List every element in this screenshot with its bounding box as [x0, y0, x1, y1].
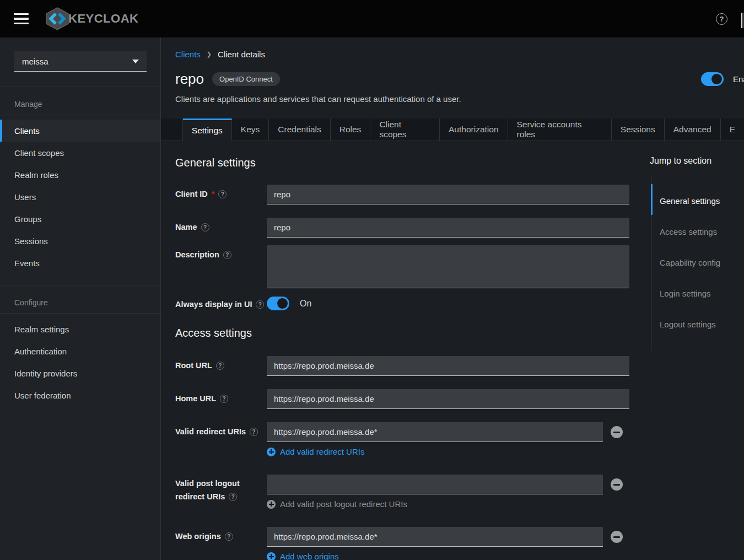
tab-credentials[interactable]: Credentials: [269, 119, 330, 141]
jump-to-section-panel: Jump to section General settings Access …: [650, 156, 744, 351]
valid-post-logout-label-line1: Valid post logout: [175, 477, 267, 490]
root-url-label-group: Root URL: [175, 356, 267, 376]
breadcrumb-chevron-icon: [207, 51, 212, 58]
description-label: Description: [175, 250, 219, 260]
tab-roles[interactable]: Roles: [331, 119, 371, 141]
jump-item-logout-settings[interactable]: Logout settings: [651, 320, 744, 351]
valid-redirect-uris-field: Add valid redirect URIs: [267, 422, 629, 456]
breadcrumb-current: Client details: [218, 50, 265, 59]
help-question-icon[interactable]: [250, 428, 258, 436]
nav-list-configure: Realm settings Authentication Identity p…: [0, 314, 160, 417]
help-question-icon[interactable]: [229, 493, 237, 501]
always-display-toggle[interactable]: [267, 297, 289, 310]
help-question-icon[interactable]: [218, 190, 227, 198]
always-display-label: Always display in UI: [175, 300, 252, 309]
help-question-icon[interactable]: [256, 300, 264, 309]
add-web-origins-label: Add web origins: [280, 552, 339, 560]
client-id-input[interactable]: [267, 185, 629, 204]
tab-settings[interactable]: Settings: [183, 119, 232, 141]
keycloak-logo[interactable]: KEYCLOAK: [44, 7, 138, 31]
tab-truncated[interactable]: E: [721, 119, 744, 141]
nav-section-title-configure: Configure: [0, 286, 160, 313]
valid-redirect-uri-input[interactable]: [267, 422, 603, 442]
add-valid-post-logout-uri-button[interactable]: Add valid post logout redirect URIs: [267, 499, 407, 509]
access-settings-heading: Access settings: [175, 327, 629, 340]
sidebar-item-authentication[interactable]: Authentication: [0, 340, 160, 362]
root-url-row: Root URL: [175, 356, 629, 376]
sidebar-item-client-scopes[interactable]: Client scopes: [0, 142, 160, 164]
add-valid-redirect-uri-button[interactable]: Add valid redirect URIs: [267, 447, 364, 456]
description-label-group: Description: [175, 245, 267, 288]
name-label-group: Name: [175, 218, 267, 238]
web-origins-input[interactable]: [267, 527, 603, 547]
top-bar: KEYCLOAK: [0, 0, 744, 37]
help-icon[interactable]: [716, 13, 727, 25]
sidebar-item-events[interactable]: Events: [0, 252, 160, 274]
keycloak-logo-mark: [44, 7, 71, 31]
tab-authorization[interactable]: Authorization: [440, 119, 508, 141]
protocol-badge: OpenID Connect: [212, 72, 280, 86]
tab-bar: Settings Keys Credentials Roles Client s…: [161, 119, 744, 141]
breadcrumb-clients-link[interactable]: Clients: [175, 50, 201, 59]
valid-post-logout-uri-input[interactable]: [267, 475, 603, 494]
home-url-label: Home URL: [175, 394, 216, 403]
enabled-toggle[interactable]: [701, 72, 724, 86]
root-url-input[interactable]: [267, 356, 629, 376]
valid-redirect-uri-line: [267, 422, 629, 442]
always-display-state: On: [300, 299, 311, 309]
sidebar-item-sessions[interactable]: Sessions: [0, 230, 160, 252]
jump-item-login-settings[interactable]: Login settings: [651, 289, 744, 320]
sidebar: meissa Manage Clients Client scopes Real…: [0, 37, 161, 560]
valid-post-logout-row: Valid post logout redirect URIs: [175, 475, 629, 509]
minus-circle-icon[interactable]: [611, 531, 623, 543]
required-asterisk: *: [212, 190, 215, 199]
tab-sessions[interactable]: Sessions: [612, 119, 665, 141]
help-question-icon[interactable]: [201, 223, 209, 231]
tab-keys[interactable]: Keys: [232, 119, 269, 141]
minus-circle-icon[interactable]: [611, 478, 623, 491]
jump-item-capability-config[interactable]: Capability config: [651, 258, 744, 289]
valid-post-logout-field: Add valid post logout redirect URIs: [267, 475, 629, 509]
help-question-icon[interactable]: [216, 362, 224, 370]
sidebar-item-realm-settings[interactable]: Realm settings: [0, 318, 160, 340]
jump-to-section-title: Jump to section: [650, 156, 744, 166]
jump-to-section-list: General settings Access settings Capabil…: [651, 175, 744, 351]
user-menu-partial[interactable]: [741, 13, 744, 28]
web-origins-label: Web origins: [175, 532, 221, 541]
tab-client-scopes[interactable]: Client scopes: [370, 119, 440, 141]
description-textarea[interactable]: [267, 245, 629, 288]
valid-redirect-uris-row: Valid redirect URIs Add valid redirect U…: [175, 422, 629, 456]
tab-service-accounts-roles[interactable]: Service accounts roles: [508, 119, 612, 141]
name-input[interactable]: [267, 218, 629, 238]
add-web-origins-button[interactable]: Add web origins: [267, 552, 339, 560]
hamburger-icon[interactable]: [14, 13, 29, 24]
home-url-input[interactable]: [267, 389, 629, 409]
nav-section-title-manage: Manage: [0, 87, 160, 115]
sidebar-item-user-federation[interactable]: User federation: [0, 384, 160, 406]
sidebar-item-groups[interactable]: Groups: [0, 208, 160, 230]
sidebar-item-realm-roles[interactable]: Realm roles: [0, 164, 160, 186]
toggle-knob: [277, 298, 288, 309]
help-question-icon[interactable]: [225, 532, 233, 541]
help-question-icon[interactable]: [223, 251, 231, 259]
minus-circle-icon[interactable]: [611, 426, 623, 438]
tab-advanced[interactable]: Advanced: [665, 119, 721, 141]
sidebar-item-clients[interactable]: Clients: [0, 120, 160, 142]
name-label: Name: [175, 223, 197, 232]
client-id-label: Client ID: [175, 190, 208, 199]
valid-post-logout-label-line2: redirect URIs: [175, 490, 225, 503]
page-header: repo OpenID Connect Enabled: [161, 71, 744, 87]
root-url-label: Root URL: [175, 361, 212, 370]
client-id-row: Client ID *: [175, 185, 629, 204]
brand-wordmark: KEYCLOAK: [68, 12, 138, 26]
sidebar-item-users[interactable]: Users: [0, 186, 160, 208]
client-settings-form: General settings Client ID * Name: [175, 157, 629, 560]
sidebar-item-identity-providers[interactable]: Identity providers: [0, 362, 160, 384]
jump-item-access-settings[interactable]: Access settings: [651, 227, 744, 258]
valid-post-logout-uri-line: [267, 475, 629, 494]
help-question-icon[interactable]: [220, 395, 228, 403]
always-display-label-group: Always display in UI: [175, 295, 267, 310]
jump-item-general-settings[interactable]: General settings: [651, 196, 744, 227]
realm-selector[interactable]: meissa: [14, 51, 147, 72]
general-settings-heading: General settings: [175, 157, 629, 169]
